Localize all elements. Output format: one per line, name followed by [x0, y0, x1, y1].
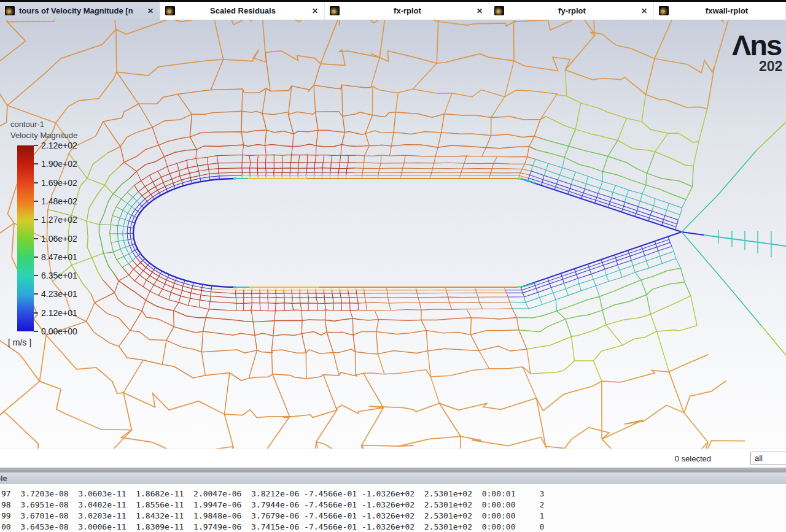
tab-fxwall-rplot[interactable]: fxwall-rplot — [654, 2, 786, 20]
close-tab-icon[interactable]: ✕ — [311, 7, 319, 15]
console-header[interactable]: ole — [0, 472, 786, 484]
graphics-canvas[interactable]: contour-1 Velocity Magnitude 2.12e+021.9… — [0, 20, 786, 449]
close-tab-icon[interactable]: ✕ — [146, 7, 155, 15]
ansys-version-year: 202 — [759, 58, 782, 75]
graphics-tab-bar: tours of Velocity Magnitude [n ✕ Scaled … — [0, 2, 786, 20]
console-header-label: ole — [0, 474, 7, 483]
console-row: 99 3.6701e-08 3.0203e-11 1.8432e-11 1.98… — [0, 511, 786, 522]
selection-status-bar: 0 selected all — [0, 449, 786, 468]
console-row: 97 3.7203e-08 3.0603e-11 1.8682e-11 2.00… — [0, 488, 786, 499]
ansys-logo: Λns 202 — [732, 31, 786, 60]
fluent-app-window: { "tabs": [ {"label": "tours of Velocity… — [0, 0, 786, 532]
console-splitter-handle[interactable] — [0, 468, 786, 472]
tab-label: Scaled Residuals — [179, 6, 306, 15]
tab-fx-rplot[interactable]: fx-rplot ✕ — [325, 2, 489, 20]
tab-label: fy-rplot — [508, 6, 636, 15]
plot-thumbnail-icon — [5, 6, 15, 15]
selection-filter-dropdown[interactable]: all — [750, 452, 786, 465]
close-tab-icon[interactable]: ✕ — [475, 7, 484, 15]
mesh-contour-viewport[interactable] — [0, 20, 786, 449]
tab-label: tours of Velocity Magnitude [n — [19, 6, 133, 15]
tab-scaled-residuals[interactable]: Scaled Residuals ✕ — [160, 2, 325, 20]
plot-thumbnail-icon — [494, 6, 504, 15]
console-row: 00 3.6453e-08 3.0006e-11 1.8309e-11 1.97… — [0, 522, 786, 532]
close-tab-icon[interactable]: ✕ — [640, 7, 648, 15]
tab-fy-rplot[interactable]: fy-rplot ✕ — [489, 2, 654, 20]
selected-count-label: 0 selected — [675, 454, 711, 463]
console-row: 98 3.6951e-08 3.0402e-11 1.8556e-11 1.99… — [0, 499, 786, 511]
tab-label: fx-rplot — [344, 6, 471, 15]
plot-thumbnail-icon — [659, 6, 669, 15]
plot-thumbnail-icon — [330, 6, 340, 15]
console-output[interactable]: 97 3.7203e-08 3.0603e-11 1.8682e-11 2.00… — [0, 484, 786, 532]
ansys-brand-text: Λns — [732, 31, 786, 60]
plot-thumbnail-icon — [165, 6, 175, 15]
tab-contours-velocity-magnitude[interactable]: tours of Velocity Magnitude [n ✕ — [0, 2, 160, 20]
tab-label: fxwall-rplot — [673, 6, 780, 15]
